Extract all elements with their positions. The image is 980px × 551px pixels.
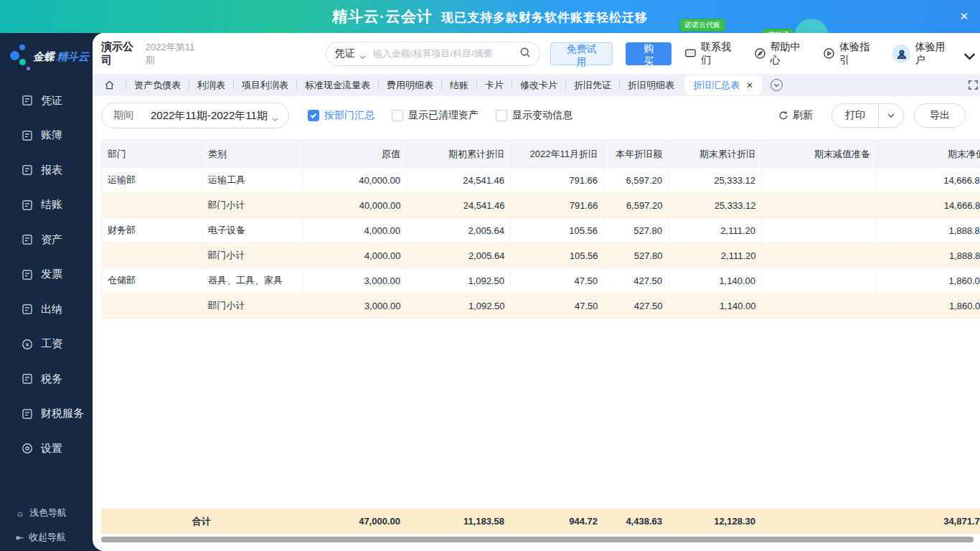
- sidebar-item-asset[interactable]: 资产: [0, 222, 93, 258]
- sidebar-item-label: 出纳: [41, 303, 62, 316]
- buy-button[interactable]: 购买: [626, 42, 672, 65]
- print-split-button: 打印: [831, 103, 904, 128]
- sidebar-item-label: 凭证: [41, 94, 62, 108]
- tab-9[interactable]: 折旧凭证: [574, 79, 611, 92]
- checkbox-2[interactable]: 显示已清理资产: [392, 109, 479, 122]
- banner-badge-nuonuo: 诺诺云代账: [679, 19, 725, 32]
- checkbox-1[interactable]: 按部门汇总: [308, 109, 374, 122]
- checkbox-unchecked-icon[interactable]: [392, 110, 403, 121]
- tab-1[interactable]: 资产负债表: [134, 79, 181, 92]
- cell: 427.50: [604, 293, 669, 319]
- sidebar-item-voucher[interactable]: 凭证: [0, 83, 93, 118]
- cell: 6,597.20: [604, 168, 669, 193]
- tab-active-depreciation-summary[interactable]: 折旧汇总表 ✕: [684, 75, 762, 95]
- cell: 财务部: [102, 218, 202, 243]
- report-icon: [22, 164, 33, 176]
- cell: 2,111.20: [669, 218, 762, 243]
- column-header-4: 期初累计折旧: [407, 141, 511, 168]
- company-name[interactable]: 演示公司: [101, 40, 144, 67]
- scrollbar-thumb[interactable]: [101, 537, 974, 542]
- sidebar-item-invoice[interactable]: 发票: [0, 258, 93, 293]
- search-input[interactable]: [373, 48, 519, 59]
- cell: 运输部: [102, 168, 202, 193]
- close-tab-icon[interactable]: ✕: [746, 80, 753, 90]
- sidebar-item-ledger[interactable]: 账簿: [0, 118, 93, 154]
- checkbox-3[interactable]: 显示变动信息: [496, 109, 573, 122]
- light-nav-toggle[interactable]: ☼ 浅色导航: [16, 507, 67, 519]
- banner-close-icon[interactable]: ✕: [959, 10, 969, 23]
- sidebar-item-closing[interactable]: 结账: [0, 188, 93, 223]
- free-trial-button[interactable]: 免费试用: [550, 42, 613, 65]
- help-center-button[interactable]: 帮助中心: [754, 41, 811, 67]
- print-button[interactable]: 打印: [832, 104, 878, 127]
- column-header-8: 期末减值准备: [762, 141, 877, 168]
- checkbox-checked-icon[interactable]: [308, 110, 319, 121]
- cashier-icon: [22, 303, 33, 315]
- horizontal-scrollbar[interactable]: [101, 537, 980, 542]
- column-header-5: 2022年11月折旧: [511, 141, 604, 168]
- sidebar-item-payroll[interactable]: ¥工资: [0, 327, 93, 362]
- print-options-icon[interactable]: [879, 104, 903, 127]
- voucher-icon: [22, 95, 33, 106]
- home-tab-icon[interactable]: [104, 80, 115, 90]
- export-button[interactable]: 导出: [914, 103, 966, 128]
- user-name: 体验用户: [915, 41, 955, 67]
- cell: 1,140.00: [669, 268, 762, 293]
- cell: 电子设备: [202, 218, 303, 243]
- user-menu[interactable]: 体验用户: [892, 41, 970, 67]
- tab-8[interactable]: 修改卡片: [520, 79, 557, 92]
- cell: 2,005.64: [407, 243, 511, 268]
- refresh-button[interactable]: 刷新: [778, 109, 813, 122]
- app-logo[interactable]: 金蝶 精斗云: [0, 33, 93, 73]
- cell: [762, 218, 877, 243]
- cell: 14,666.88: [877, 168, 980, 193]
- sidebar-item-report[interactable]: 报表: [0, 153, 93, 188]
- sidebar-item-label: 设置: [41, 442, 62, 456]
- tab-divider: [296, 80, 297, 90]
- cell: 仓储部: [102, 268, 202, 293]
- tab-divider: [233, 80, 234, 90]
- fullscreen-toggle-icon[interactable]: [968, 80, 979, 90]
- tab-5[interactable]: 费用明细表: [387, 79, 433, 92]
- sidebar-item-settings[interactable]: 设置: [0, 431, 93, 466]
- cell: 105.56: [511, 243, 604, 268]
- contact-us-button[interactable]: 联系我们: [684, 41, 741, 67]
- cell: [762, 243, 877, 268]
- sidebar-menu: 凭证账簿报表结账资产发票出纳¥工资税务财税服务设置: [0, 83, 93, 466]
- tab-6[interactable]: 结账: [450, 79, 468, 92]
- subtotal-row: 部门小计3,000.001,092.5047.50427.501,140.001…: [102, 293, 980, 319]
- cell: 部门小计: [202, 193, 303, 218]
- guide-button[interactable]: 体验指引: [823, 41, 880, 67]
- cell: 4,000.00: [303, 218, 407, 243]
- sidebar-item-finance-service[interactable]: 财税服务: [0, 397, 93, 432]
- period-range-select[interactable]: 期间 2022年11期-2022年11期: [101, 103, 289, 128]
- global-search[interactable]: 凭证: [326, 42, 540, 66]
- tab-4[interactable]: 标准现金流量表: [305, 79, 370, 92]
- checkbox-unchecked-icon[interactable]: [496, 110, 507, 121]
- column-header-1: 部门: [102, 141, 202, 168]
- search-category-select[interactable]: 凭证: [335, 47, 355, 60]
- tab-3[interactable]: 项目利润表: [242, 79, 288, 92]
- tab-divider: [441, 80, 442, 90]
- tab-2[interactable]: 利润表: [197, 79, 225, 92]
- column-header-3: 原值: [303, 141, 407, 168]
- sidebar-item-cashier[interactable]: 出纳: [0, 292, 93, 327]
- cell: 1,092.50: [407, 293, 511, 319]
- filter-toolbar: 期间 2022年11期-2022年11期 按部门汇总显示已清理资产显示变动信息 …: [93, 96, 980, 135]
- tab-list-dropdown-icon[interactable]: [771, 79, 783, 91]
- sidebar-item-label: 结账: [41, 198, 62, 212]
- sun-icon: ☼: [16, 508, 24, 519]
- cell: 47.50: [511, 268, 604, 293]
- period-range-value: 2022年11期-2022年11期: [151, 109, 268, 123]
- column-header-6: 本年折旧额: [604, 141, 669, 168]
- sidebar-item-tax[interactable]: 税务: [0, 362, 93, 397]
- cell: 1,888.80: [877, 243, 980, 268]
- total-cell: 11,183.58: [406, 516, 510, 527]
- total-cell: 34,871.70: [876, 516, 980, 527]
- sidebar: 金蝶 精斗云 凭证账簿报表结账资产发票出纳¥工资税务财税服务设置 ☼ 浅色导航 …: [0, 33, 93, 551]
- collapse-nav-button[interactable]: ⇤ 收起导航: [16, 531, 67, 544]
- tab-10[interactable]: 折旧明细表: [628, 79, 674, 92]
- search-icon[interactable]: [519, 47, 531, 61]
- tab-7[interactable]: 卡片: [485, 79, 504, 92]
- cell: 1,860.00: [877, 268, 980, 293]
